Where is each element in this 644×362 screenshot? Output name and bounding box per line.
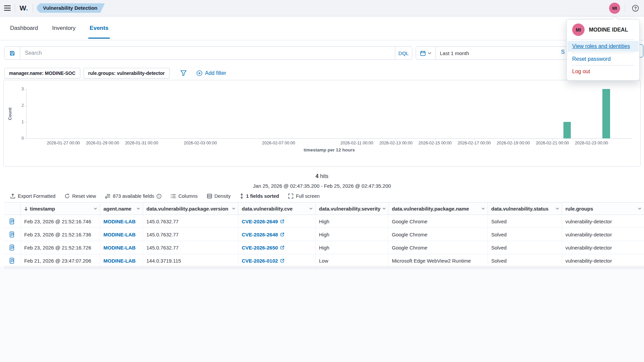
save-query-icon[interactable] [5,47,20,59]
cell-timestamp: Feb 23, 2026 @ 21:52:16.746 [21,215,100,228]
user-avatar-large: MI [572,24,585,36]
x-tick-label: 2026-01-29 00:00 [86,141,119,145]
cve-link[interactable]: CVE-2026-2649 [242,219,284,224]
fields-sorted-button[interactable]: 1 fields sorted [240,193,279,199]
show-dates-partial-text[interactable]: S [561,49,565,55]
filter-pill-manager[interactable]: manager.name: MODINE-SOC [4,68,80,79]
header-severity[interactable]: data.vulnerability.severity [316,202,388,215]
menu-item-reset-password[interactable]: Reset password [567,53,639,65]
user-name: MODINE IDEAL [589,27,628,33]
topbar-right: MI ? [609,3,644,14]
chevron-down-icon [137,208,140,210]
agent-link[interactable]: MODINE-LAB [103,258,136,264]
x-tick-mark [102,139,103,140]
density-icon [207,193,212,199]
export-formatted-button[interactable]: Export Formatted [10,193,55,199]
cell-rule-groups: vulnerability-detector [562,241,644,254]
columns-button[interactable]: Columns [171,193,197,199]
filter-row: manager.name: MODINE-SOC rule.groups: vu… [4,68,226,79]
header-agent-name[interactable]: agent.name [100,202,143,215]
available-fields-button[interactable]: 873 available fields [105,193,162,199]
cell-timestamp: Feb 23, 2026 @ 21:52:16.736 [21,228,100,241]
filter-funnel-icon[interactable] [179,69,188,78]
agent-link[interactable]: MODINE-LAB [103,232,136,237]
histogram-plot-area[interactable]: 01232026-01-27 00:002026-01-29 00:002026… [26,89,633,139]
logo-dot: . [26,4,28,12]
menu-item-view-roles[interactable]: View roles and identities [567,41,639,52]
topbar-divider-2 [33,4,33,12]
x-tick-mark [200,139,201,140]
search-bar: DQL [4,46,412,60]
sort-desc-icon [24,207,28,211]
inspect-document-icon[interactable] [4,215,21,228]
x-tick-mark [592,139,592,140]
header-timestamp[interactable]: timestamp [21,202,100,215]
cve-link[interactable]: CVE-2026-2648 [242,232,284,237]
chevron-down-icon [481,208,485,210]
quick-select-button[interactable] [416,50,435,56]
header-status[interactable]: data.vulnerability.status [488,202,562,215]
search-input[interactable] [20,47,395,59]
x-tick-mark [63,139,64,140]
chevron-down-icon [382,208,386,210]
cell-rule-groups: vulnerability-detector [562,254,644,267]
wazuh-logo[interactable]: W. [15,4,33,12]
x-tick-mark [513,139,514,140]
inspect-document-icon[interactable] [4,241,21,254]
reset-view-button[interactable]: Reset view [64,193,96,199]
user-menu-header: MI MODINE IDEAL [567,19,639,40]
full-screen-button[interactable]: Full screen [288,193,320,199]
header-package-version[interactable]: data.vulnerability.package.version [143,202,238,215]
cell-package-name: Microsoft Edge WebView2 Runtime [388,254,488,267]
header-cve[interactable]: data.vulnerability.cve [238,202,316,215]
header-rule-groups[interactable]: rule.groups [562,202,644,215]
help-icon[interactable]: ? [630,3,641,13]
add-filter-button[interactable]: Add filter [196,70,226,76]
chevron-down-icon [232,208,235,210]
y-tick-label: 0 [14,136,24,141]
x-tick-label: 2026-02-07 00:00 [262,141,295,145]
time-range-button[interactable]: Last 1 month [436,50,473,56]
grid-toolbar: Export Formatted Reset view 873 availabl… [10,191,320,201]
x-tick-mark [396,139,396,140]
density-button[interactable]: Density [207,193,231,199]
hits-label: hits [320,173,328,179]
x-tick-label: 2026-02-21 00:00 [536,141,569,145]
chevron-down-icon [94,208,97,210]
y-tick-mark [25,106,26,106]
table-row: Feb 23, 2026 @ 21:52:16.736 MODINE-LAB 1… [4,228,644,241]
menu-item-log-out[interactable]: Log out [567,65,639,78]
svg-text:?: ? [634,6,636,11]
inspect-document-icon[interactable] [4,254,21,267]
menu-icon[interactable] [0,0,15,16]
calendar-icon [420,50,426,56]
agent-link[interactable]: MODINE-LAB [103,245,136,251]
cell-package-name: Google Chrome [388,241,488,254]
cell-package-version: 145.0.7632.77 [143,228,238,241]
tab-inventory[interactable]: Inventory [52,16,76,40]
table-row: Feb 21, 2026 @ 23:47:07.206 MODINE-LAB 1… [4,254,644,267]
chevron-down-icon [556,208,559,210]
filter-pill-rule-groups[interactable]: rule.groups: vulnerability-detector [84,68,170,79]
export-icon [10,193,15,199]
plus-circle-icon [196,70,202,76]
cell-rule-groups: vulnerability-detector [562,228,644,241]
chevron-down-icon [638,208,641,210]
tab-dashboard[interactable]: Dashboard [10,16,38,40]
inspect-document-icon[interactable] [4,228,21,241]
header-package-name[interactable]: data.vulnerability.package.name [388,202,488,215]
agent-link[interactable]: MODINE-LAB [103,219,136,224]
cve-link[interactable]: CVE-2026-0102 [242,258,284,264]
x-tick-mark [279,139,279,140]
y-axis-title: Count [7,107,12,120]
y-tick-mark [25,122,26,123]
cell-timestamp: Feb 23, 2026 @ 21:52:16.726 [21,241,100,254]
x-tick-label: 2026-02-13 00:00 [379,141,413,145]
tab-events[interactable]: Events [90,16,108,40]
chevron-down-icon [309,208,313,210]
query-language-button[interactable]: DQL [395,47,412,59]
cve-link[interactable]: CVE-2026-2650 [242,245,284,251]
external-link-icon [280,232,284,237]
user-avatar[interactable]: MI [609,3,620,14]
external-link-icon [280,245,284,250]
